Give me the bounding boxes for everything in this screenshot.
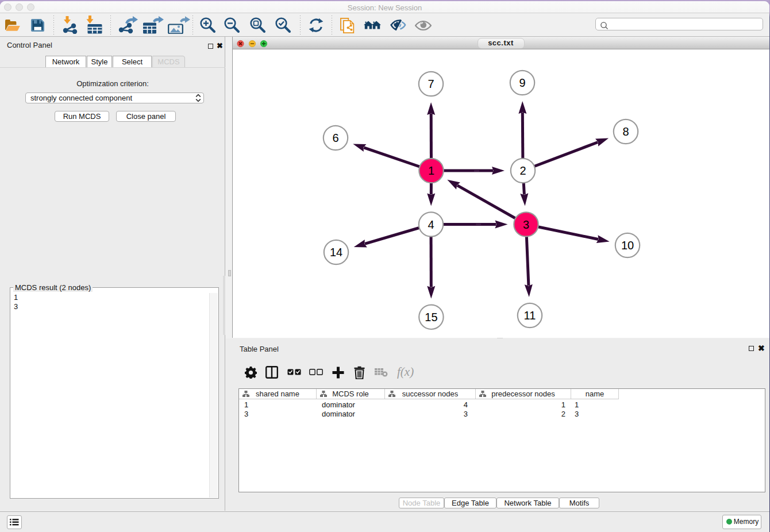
svg-text:9: 9 bbox=[519, 76, 525, 89]
svg-text:8: 8 bbox=[622, 125, 629, 138]
svg-text:14: 14 bbox=[330, 246, 342, 259]
svg-text:7: 7 bbox=[428, 78, 434, 90]
svg-text:3: 3 bbox=[523, 218, 529, 231]
svg-text:15: 15 bbox=[425, 311, 437, 323]
svg-text:11: 11 bbox=[524, 309, 536, 322]
svg-text:1: 1 bbox=[428, 164, 434, 177]
svg-text:4: 4 bbox=[428, 218, 434, 231]
svg-text:2: 2 bbox=[519, 164, 526, 177]
svg-text:10: 10 bbox=[621, 239, 634, 252]
svg-text:6: 6 bbox=[332, 132, 338, 144]
